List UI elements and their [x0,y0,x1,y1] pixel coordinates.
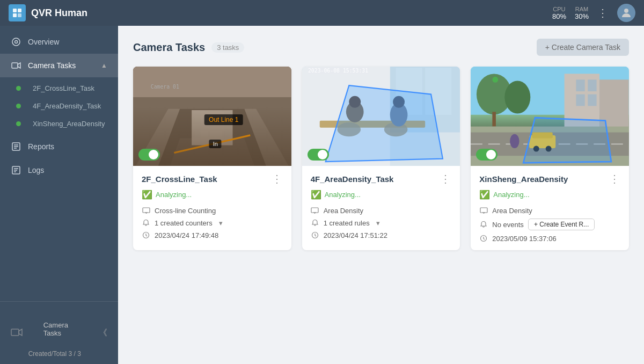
card-2-info: Area Density 1 created rules ▾ [311,206,452,239]
card-1-toggle[interactable] [138,149,160,161]
card-3-thumbnail [471,67,629,166]
monitor-icon [311,206,319,215]
cpu-stat: CPU 80% [552,6,566,20]
card-3-type-row: Area Density [479,206,620,215]
app-header: QVR Human CPU 80% RAM 30% ⋮ [0,0,644,26]
clock-icon [479,234,488,243]
create-event-rule-button[interactable]: + Create Event R... [528,219,595,230]
card-1-type: Cross-line Counting [155,207,216,215]
svg-rect-68 [480,208,487,213]
status-label: Analyzing... [493,191,529,199]
subnav-label: XinSheng_AreaDensity [33,120,105,128]
svg-rect-53 [588,94,597,106]
svg-rect-50 [576,79,585,91]
svg-rect-18 [133,67,291,97]
card-2-menu-button[interactable]: ⋮ [440,173,451,184]
card-3-name: XinSheng_AreaDensity [479,174,568,184]
svg-point-67 [493,77,499,83]
card-2-body: 4F_AreaDensity_Task ⋮ ✅ Analyzing... [302,166,460,247]
app-logo [9,4,26,21]
clock-icon [142,231,150,239]
title-area: Camera Tasks 3 tasks [133,41,244,54]
card-1-header: 2F_CrossLine_Task ⋮ [142,173,283,184]
cards-grid: Camera 01 Out Line 1 In 2F_CrossLine_Tas… [133,67,629,250]
card-1-thumbnail: Camera 01 Out Line 1 In [133,67,291,166]
sidebar-item-reports[interactable]: Reports [0,135,118,158]
card-2-status: ✅ Analyzing... [311,190,452,200]
status-label: Analyzing... [156,191,192,199]
status-check-icon: ✅ [311,190,321,200]
sidebar-item-4f-areadensity[interactable]: 4F_AreaDensity_Task [0,97,118,115]
card-1-rules-row: 1 created counters ▾ [142,219,283,227]
card-3-datetime-row: 2023/05/09 15:37:06 [479,234,620,243]
svg-text:Camera 01: Camera 01 [151,84,179,90]
card-2-header: 4F_AreaDensity_Task ⋮ [311,173,452,184]
chevron-up-icon: ▲ [101,62,107,69]
card-3-datetime: 2023/05/09 15:37:06 [492,235,556,243]
svg-rect-0 [13,9,17,12]
dropdown-arrow-icon: ▾ [219,219,223,227]
overview-label: Overview [28,38,107,46]
user-avatar[interactable] [617,4,635,22]
create-camera-task-button[interactable]: + Create Camera Task [537,39,629,56]
svg-point-65 [510,134,519,148]
sidebar-item-logs[interactable]: Logs [0,158,118,182]
svg-rect-1 [18,9,21,12]
card-3-body: XinSheng_AreaDensity ⋮ ✅ Analyzing... [471,166,629,250]
svg-marker-66 [524,118,612,163]
in-tag: In [209,140,222,148]
card-2-toggle[interactable] [308,149,329,161]
camera-footer-icon [11,326,23,339]
logs-icon [11,165,21,176]
task-card-1: Camera 01 Out Line 1 In 2F_CrossLine_Tas… [133,67,291,250]
toggle-knob [149,150,158,159]
camera-tasks-subitems: 2F_CrossLine_Task 4F_AreaDensity_Task Xi… [0,77,118,135]
reports-icon [11,141,21,152]
card-3-toggle[interactable] [476,149,497,161]
card-3-no-events: No events [492,221,524,229]
task-card-2: 2023-06-08 15:53:31 4F_AreaDensity_Task … [302,67,460,250]
more-options-button[interactable]: ⋮ [597,8,609,18]
svg-point-56 [505,81,531,113]
card-2-datetime-row: 2023/04/24 17:51:22 [311,231,452,239]
toggle-knob [318,150,327,159]
collapse-button[interactable]: 《 [99,327,107,339]
camera-tasks-icon [11,60,21,71]
card-3-info: Area Density No events + Cr [479,206,620,243]
status-check-icon: ✅ [142,190,152,200]
card-2-rules-row: 1 created rules ▾ [311,219,452,227]
footer-section-label: Camera Tasks [28,308,99,350]
dropdown-arrow-icon: ▾ [376,219,380,227]
ram-stat: RAM 30% [575,6,589,20]
logs-label: Logs [28,166,107,174]
card-3-menu-button[interactable]: ⋮ [609,173,620,184]
card-1-datetime-row: 2023/04/24 17:49:48 [142,231,283,239]
sidebar-footer: Camera Tasks Created/Total 3 / 3 《 [0,301,118,364]
card-1-rules: 1 created counters [155,219,213,227]
main-header: Camera Tasks 3 tasks + Create Camera Tas… [133,39,629,56]
bell-icon [479,220,488,229]
card-2-thumbnail: 2023-06-08 15:53:31 [302,67,460,166]
sidebar-nav: Overview Camera Tasks ▲ 2F_CrossLine_Tas… [0,26,118,301]
card-1-type-row: Cross-line Counting [142,206,283,215]
task-count-badge: 3 tasks [211,42,244,53]
footer-created-total: Created/Total 3 / 3 [28,350,99,358]
page-title: Camera Tasks [133,41,205,54]
bell-icon [311,219,319,227]
svg-rect-52 [576,94,585,106]
card-2-name: 4F_AreaDensity_Task [311,174,394,184]
sidebar-item-xinsheng[interactable]: XinSheng_AreaDensity [0,115,118,133]
subnav-label: 2F_CrossLine_Task [33,84,94,92]
sidebar-item-camera-tasks[interactable]: Camera Tasks ▲ [0,54,118,77]
sidebar-item-overview[interactable]: Overview [0,30,118,54]
subnav-label: 4F_AreaDensity_Task [33,102,101,110]
card-1-info: Cross-line Counting 1 created counters ▾ [142,206,283,239]
svg-rect-57 [493,112,496,126]
sidebar-item-2f-crossline[interactable]: 2F_CrossLine_Task [0,79,118,97]
status-dot-icon [16,104,21,108]
header-right: CPU 80% RAM 30% ⋮ [552,4,635,22]
main-content: Camera Tasks 3 tasks + Create Camera Tas… [118,26,644,364]
card-1-menu-button[interactable]: ⋮ [272,173,283,184]
reports-label: Reports [28,142,107,151]
card-2-datetime: 2023/04/24 17:51:22 [324,231,387,239]
